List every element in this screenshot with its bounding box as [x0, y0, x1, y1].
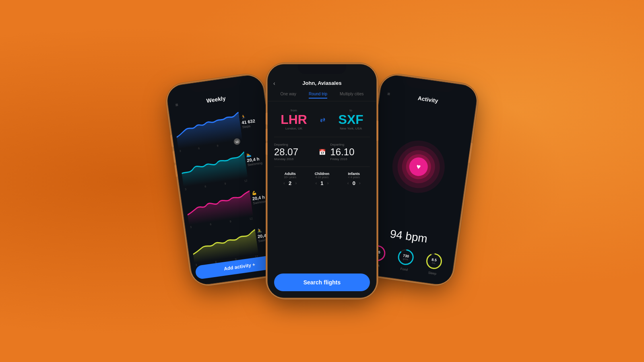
route-from: from LHR London, UK	[281, 109, 307, 130]
tab-one-way[interactable]: One way	[280, 92, 296, 99]
weekly-title: Weekly	[206, 95, 226, 104]
adults-group: Adults 16+ years ‹ 2 ›	[274, 172, 306, 186]
flights-header: ‹ John, Aviasales	[268, 78, 376, 89]
pulse-rings: ♥	[389, 137, 448, 196]
children-counter: ‹ 1 ›	[316, 180, 329, 186]
to-label: to	[349, 109, 352, 112]
chart-canvas-steps: 36912	[173, 105, 243, 149]
chart-info-swim1: 🏊 20,4 h Swimming	[246, 150, 270, 167]
divider-1	[274, 137, 370, 137]
back-button[interactable]: ‹	[273, 80, 275, 86]
flights-screen: ‹ John, Aviasales One way Round trip Mul…	[268, 64, 376, 298]
route-to: to SXF New York, USA	[339, 109, 363, 130]
adults-label: Adults	[285, 172, 296, 176]
from-city: London, UK	[285, 127, 302, 130]
infants-increment[interactable]: ›	[359, 181, 360, 185]
children-group: Children 4-16 years ‹ 1 ›	[306, 172, 338, 186]
depart-date[interactable]: 28.07	[274, 147, 314, 157]
children-count: 1	[319, 180, 325, 186]
swap-icon[interactable]: ⇄	[320, 116, 325, 123]
infants-decrement[interactable]: ‹	[347, 181, 349, 185]
sleep-label: Sleep	[428, 271, 437, 276]
depart-date-block: Departing 28.07 Monday 2016	[274, 143, 314, 161]
food-unit: grms	[403, 257, 409, 261]
stat-food-text: 730 grms	[396, 247, 416, 267]
infants-sublabel: < 4 years	[348, 176, 360, 179]
steps-value: 41 632	[242, 118, 256, 125]
activity-menu-icon[interactable]: ≡	[387, 91, 391, 97]
adults-decrement[interactable]: ‹	[283, 181, 285, 185]
return-day: Friday 2016	[330, 157, 370, 161]
route-section: from LHR London, UK ⇄ to SXF New York, U…	[268, 101, 376, 134]
stat-food-ring: 730 grms	[396, 247, 416, 267]
from-code[interactable]: LHR	[281, 113, 307, 126]
flights-title: John, Aviasales	[302, 80, 341, 86]
heart-icon: ♥	[416, 162, 421, 171]
from-label: from	[291, 109, 297, 112]
stat-sleep: 8.5 hrs Sleep	[423, 251, 444, 276]
calendar-icon: 📅	[317, 149, 327, 155]
children-decrement[interactable]: ‹	[316, 181, 317, 185]
center-phone: ‹ John, Aviasales One way Round trip Mul…	[268, 64, 376, 298]
notch-left	[190, 77, 239, 93]
children-label: Children	[315, 172, 330, 176]
to-city: New York, USA	[340, 127, 362, 130]
food-label: Food	[400, 267, 408, 272]
notch-center	[298, 64, 346, 74]
infants-count: 0	[351, 180, 357, 186]
search-flights-button[interactable]: Search flights	[274, 274, 370, 291]
depart-label: Departing	[274, 143, 314, 146]
divider-2	[274, 167, 370, 167]
infants-group: Infants < 4 years ‹ 0 ›	[338, 172, 370, 186]
infants-label: Infants	[348, 172, 360, 176]
heart-section: ♥	[366, 101, 471, 233]
sleep-unit: hrs	[432, 261, 436, 264]
tab-multiply-cities[interactable]: Multiply cities	[340, 92, 363, 99]
charts-area: 36912 🏃 41 632 Steps	[173, 101, 282, 263]
chart-info-steps: 🏃 41 632 Steps	[241, 112, 264, 129]
stat-food: 730 grms Food	[395, 247, 416, 272]
dates-section: Departing 28.07 Monday 2016 📅 Departing …	[268, 140, 376, 164]
return-date-block: Departing 16.10 Friday 2016	[330, 143, 370, 161]
stat-sleep-ring: 8.5 hrs	[424, 251, 444, 271]
bpm-value: 94 bpm	[389, 227, 428, 245]
stat-sleep-text: 8.5 hrs	[424, 251, 444, 271]
phones-container: ≡ Weekly	[171, 64, 473, 298]
trip-tabs: One way Round trip Multiply cities	[268, 89, 376, 101]
steps-label: Steps	[242, 124, 251, 129]
activity-title: Activity	[417, 95, 438, 104]
notch-right	[405, 77, 454, 93]
adults-counter: ‹ 2 ›	[283, 180, 297, 186]
adults-increment[interactable]: ›	[295, 181, 297, 185]
menu-icon[interactable]: ≡	[175, 102, 179, 108]
passenger-row: Adults 16+ years ‹ 2 › Children 4-16 yea…	[274, 172, 370, 186]
adults-sublabel: 16+ years	[284, 176, 296, 179]
return-label: Departing	[330, 143, 370, 146]
children-increment[interactable]: ›	[327, 181, 328, 185]
swim1-icon: 🏊	[246, 152, 251, 158]
swim2-icon: 💪	[251, 190, 256, 195]
tab-round-trip[interactable]: Round trip	[309, 92, 327, 99]
infants-counter: ‹ 0 ›	[347, 180, 361, 186]
cycle-icon: 🚴	[256, 228, 262, 233]
depart-day: Monday 2016	[274, 157, 314, 161]
steps-icon: 🏃	[241, 115, 246, 120]
adults-count: 2	[287, 180, 293, 186]
passengers-section: Adults 16+ years ‹ 2 › Children 4-16 yea…	[268, 169, 376, 189]
to-code[interactable]: SXF	[339, 113, 363, 126]
children-sublabel: 4-16 years	[315, 176, 328, 179]
return-date[interactable]: 16.10	[330, 147, 370, 157]
